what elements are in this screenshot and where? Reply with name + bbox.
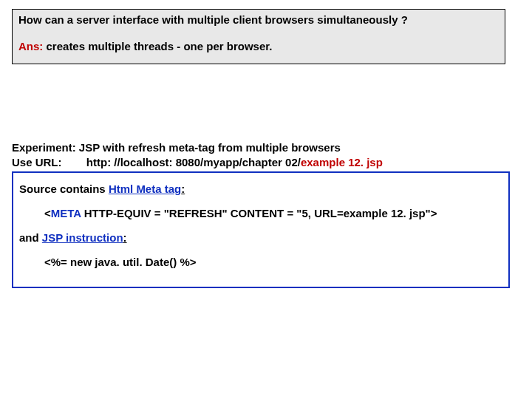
- jsp-code-line: <%= new java. util. Date() %>: [44, 252, 502, 272]
- experiment-desc: JSP with refresh meta-tag from multiple …: [76, 141, 341, 154]
- meta-code-line: <META HTTP-EQUIV = "REFRESH" CONTENT = "…: [44, 203, 502, 223]
- answer-label: Ans:: [18, 40, 43, 52]
- jsp-code: <%= new java. util. Date() %>: [44, 256, 197, 268]
- colon-1: :: [181, 183, 185, 195]
- meta-rest: HTTP-EQUIV = "REFRESH" CONTENT = "5, URL…: [81, 207, 437, 219]
- source-contains-line: Source contains Html Meta tag:: [19, 179, 502, 199]
- experiment-line-2: Use URL: http: //localhost: 8080/myapp/c…: [12, 155, 507, 170]
- html-meta-tag-label: Html Meta tag: [109, 183, 181, 195]
- and-jsp-line: and JSP instruction:: [19, 228, 502, 248]
- source-box: Source contains Html Meta tag: <META HTT…: [12, 171, 510, 288]
- source-contains-prefix: Source contains: [19, 183, 109, 195]
- and-text: and: [19, 231, 42, 244]
- qa-box: How can a server interface with multiple…: [12, 9, 505, 64]
- experiment-line-1: Experiment: JSP with refresh meta-tag fr…: [12, 140, 507, 155]
- answer-line: Ans: creates multiple threads - one per …: [18, 39, 499, 54]
- jsp-instruction-label: JSP instruction: [42, 231, 123, 244]
- answer-text: creates multiple threads - one per brows…: [43, 40, 272, 52]
- colon-2: :: [123, 231, 127, 244]
- url-red-part: example 12. jsp: [301, 156, 383, 168]
- meta-tagname: META: [51, 207, 81, 219]
- experiment-block: Experiment: JSP with refresh meta-tag fr…: [12, 140, 507, 171]
- slide: How can a server interface with multiple…: [0, 0, 532, 399]
- url-black-part: http: //localhost: 8080/myapp/chapter 02…: [86, 156, 301, 168]
- meta-open-bracket: <: [44, 207, 51, 219]
- experiment-label: Experiment:: [12, 141, 76, 154]
- use-url-label: Use URL:: [12, 156, 62, 168]
- question-text: How can a server interface with multiple…: [18, 13, 499, 27]
- url-pad: [62, 156, 86, 168]
